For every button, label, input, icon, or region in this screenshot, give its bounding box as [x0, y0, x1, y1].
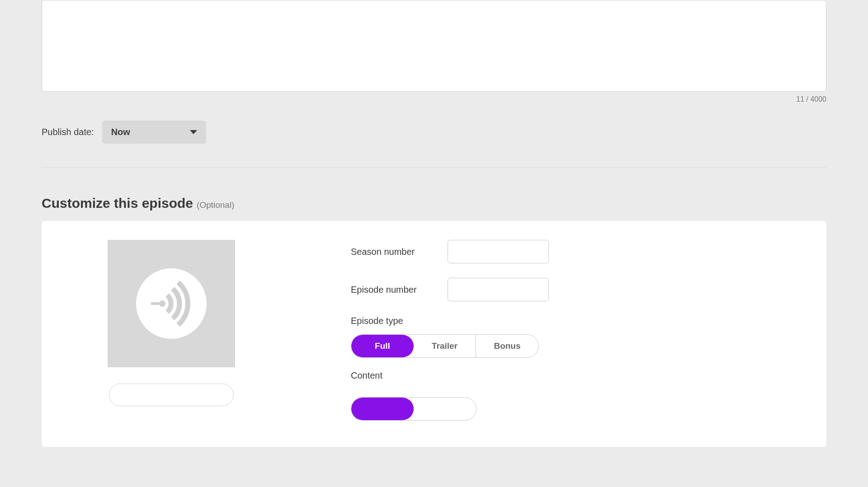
- content-option-inactive[interactable]: [414, 398, 476, 420]
- season-number-input[interactable]: [448, 240, 549, 263]
- publish-date-value: Now: [111, 127, 130, 137]
- podcast-icon: [136, 268, 207, 339]
- upload-artwork-button[interactable]: [109, 384, 234, 406]
- content-segmented: [351, 397, 476, 421]
- section-divider: [42, 167, 826, 168]
- customize-optional-label: (Optional): [197, 200, 234, 210]
- description-textarea[interactable]: [42, 0, 826, 92]
- content-option-active[interactable]: [351, 398, 414, 420]
- svg-rect-1: [151, 302, 162, 305]
- episode-type-segmented: Full Trailer Bonus: [351, 334, 539, 358]
- artwork-placeholder[interactable]: [108, 240, 235, 367]
- customize-section-title: Customize this episode: [42, 196, 193, 211]
- episode-type-trailer[interactable]: Trailer: [414, 335, 476, 357]
- chevron-down-icon: [190, 130, 197, 134]
- episode-number-label: Episode number: [351, 285, 448, 295]
- episode-type-full[interactable]: Full: [351, 335, 414, 357]
- description-char-counter: 11 / 4000: [42, 95, 826, 103]
- publish-date-label: Publish date:: [42, 127, 94, 137]
- publish-date-select[interactable]: Now: [102, 121, 206, 144]
- episode-type-label: Episode type: [351, 316, 807, 326]
- customize-panel: Season number Episode number Episode typ…: [42, 221, 826, 447]
- episode-type-bonus[interactable]: Bonus: [476, 335, 538, 357]
- season-number-label: Season number: [351, 247, 448, 257]
- episode-number-input[interactable]: [448, 278, 549, 301]
- content-label: Content: [351, 370, 807, 381]
